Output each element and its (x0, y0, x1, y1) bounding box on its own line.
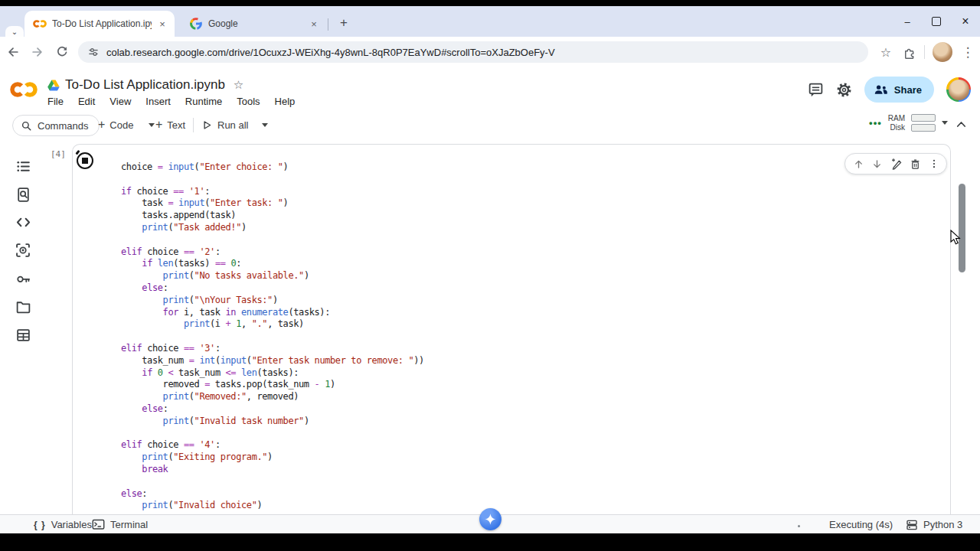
code-line[interactable]: break (121, 464, 424, 476)
restore-button[interactable] (922, 6, 951, 37)
code-line[interactable] (121, 428, 424, 440)
code-line[interactable]: if choice == '1': (121, 186, 424, 198)
tab-colab[interactable]: To-Do List Application.ipynb - C × (24, 11, 175, 37)
sidebar-data-table-icon[interactable] (14, 325, 32, 344)
add-text-label: Text (167, 119, 185, 131)
account-avatar[interactable] (946, 77, 971, 102)
divider (924, 45, 925, 59)
code-line[interactable]: tasks.append(task) (121, 210, 424, 222)
tab-google[interactable]: Google × (179, 11, 326, 37)
menu-item-runtime[interactable]: Runtime (185, 96, 222, 107)
mouse-cursor (950, 230, 962, 246)
extensions-icon[interactable] (901, 44, 916, 60)
omnibox[interactable]: colab.research.google.com/drive/1OcuxzJ-… (78, 41, 868, 63)
star-notebook-icon[interactable]: ☆ (234, 78, 243, 92)
code-line[interactable]: print("Exiting program.") (121, 452, 424, 464)
sidebar-code-snippets-icon[interactable] (14, 213, 32, 231)
code-line[interactable]: print("Task added!") (121, 222, 424, 234)
code-line[interactable]: else: (121, 488, 424, 500)
code-line[interactable] (121, 234, 424, 246)
code-line[interactable]: if 0 < task_num <= len(tasks): (121, 367, 424, 380)
menu-item-help[interactable]: Help (275, 96, 296, 107)
code-line[interactable]: for i, task in enumerate(tasks): (121, 307, 424, 319)
sidebar-secrets-key-icon[interactable] (14, 269, 32, 288)
menu-item-view[interactable]: View (109, 96, 131, 107)
sidebar-table-of-contents-icon[interactable] (14, 157, 32, 175)
menu-item-edit[interactable]: Edit (78, 96, 95, 107)
add-code-button[interactable]: + Code (98, 115, 155, 135)
kernel-stack-icon (906, 519, 918, 531)
comments-icon[interactable] (808, 82, 824, 98)
run-all-button[interactable]: Run all (201, 115, 268, 135)
code-editor[interactable]: choice = input("Enter choice: ") if choi… (121, 161, 424, 512)
gemini-assistant-button[interactable] (479, 508, 501, 530)
code-line[interactable]: elif choice == '2': (121, 246, 424, 259)
code-line[interactable]: removed = tasks.pop(task_num - 1) (121, 379, 424, 391)
status-dot (798, 525, 800, 527)
edit-with-ai-pencil-icon[interactable] (890, 158, 903, 170)
code-line[interactable]: if len(tasks) == 0: (121, 258, 424, 270)
terminal-button[interactable]: Terminal (92, 515, 148, 533)
code-line[interactable] (121, 331, 424, 343)
code-line[interactable]: print("Removed:", removed) (121, 391, 424, 403)
google-favicon-icon (188, 16, 204, 31)
new-tab-button[interactable]: + (334, 13, 354, 33)
cell-menu-kebab-icon[interactable] (929, 158, 939, 169)
close-window-button[interactable]: × (951, 6, 980, 37)
tab-close-icon[interactable]: × (156, 18, 168, 30)
resource-monitor[interactable]: ••• RAM Disk (869, 114, 948, 132)
sidebar-find-replace-icon[interactable] (14, 185, 32, 204)
collapse-toolbar-button[interactable] (955, 118, 968, 131)
notebook-title[interactable]: To-Do List Application.ipynb (65, 77, 225, 93)
code-line[interactable]: print("Invalid task number") (121, 416, 424, 428)
code-line[interactable]: else: (121, 282, 424, 295)
add-text-button[interactable]: + Text (155, 115, 185, 135)
tab-close-icon[interactable]: × (308, 18, 320, 30)
code-line[interactable] (121, 174, 424, 186)
chevron-down-icon[interactable] (149, 123, 155, 127)
tab-title: Google (208, 18, 303, 29)
colab-header: To-Do List Application.ipynb ☆ FileEditV… (0, 67, 980, 113)
commands-button[interactable]: Commands (12, 115, 100, 136)
stop-execution-button[interactable] (77, 152, 93, 169)
share-button[interactable]: Share (864, 77, 934, 103)
code-line[interactable]: else: (121, 403, 424, 416)
code-line[interactable]: choice = input("Enter choice: ") (121, 161, 424, 174)
code-line[interactable]: elif choice == '4': (121, 439, 424, 452)
back-button[interactable] (2, 41, 24, 64)
code-line[interactable]: print("\nYour Tasks:") (121, 295, 424, 307)
chevron-down-icon[interactable] (262, 123, 268, 127)
url-text: colab.research.google.com/drive/1OcuxzJ-… (106, 47, 555, 58)
code-line[interactable]: print("Invalid choice") (121, 500, 424, 512)
ram-usage-bar (911, 114, 936, 122)
forward-button[interactable] (26, 41, 49, 64)
code-line[interactable]: print(i + 1, ".", task) (121, 318, 424, 331)
variables-button[interactable]: { } Variables (34, 515, 92, 533)
delete-cell-trash-icon[interactable] (910, 158, 921, 170)
bookmark-star-icon[interactable]: ☆ (878, 44, 893, 60)
minimize-button[interactable]: – (893, 6, 922, 37)
code-line[interactable]: task = input("Enter task: ") (121, 197, 424, 210)
tab-search-button[interactable]: ⌄ (5, 26, 24, 37)
browser-menu-kebab-icon[interactable]: ⋮ (960, 44, 975, 60)
sidebar-files-folder-icon[interactable] (14, 297, 32, 315)
settings-gear-icon[interactable] (836, 82, 852, 98)
browser-profile-avatar[interactable] (933, 42, 952, 62)
sidebar-variable-inspector-icon[interactable] (14, 241, 32, 259)
move-cell-down-icon[interactable] (871, 158, 883, 170)
site-settings-icon[interactable] (87, 46, 100, 58)
sparkle-icon (484, 513, 497, 526)
code-line[interactable]: task_num = int(input("Enter task number … (121, 355, 424, 367)
code-line[interactable]: elif choice == '3': (121, 343, 424, 355)
move-cell-up-icon[interactable] (853, 158, 864, 170)
chevron-down-icon[interactable] (942, 121, 948, 125)
search-icon (21, 120, 32, 132)
kernel-selector[interactable]: Python 3 (906, 515, 962, 533)
scrollbar-thumb[interactable] (959, 184, 965, 272)
code-line[interactable]: print("No tasks available.") (121, 270, 424, 282)
code-line[interactable] (121, 476, 424, 488)
menu-item-insert[interactable]: Insert (145, 96, 171, 107)
menu-item-file[interactable]: File (47, 96, 64, 107)
reload-button[interactable] (51, 41, 74, 64)
menu-item-tools[interactable]: Tools (237, 96, 260, 107)
